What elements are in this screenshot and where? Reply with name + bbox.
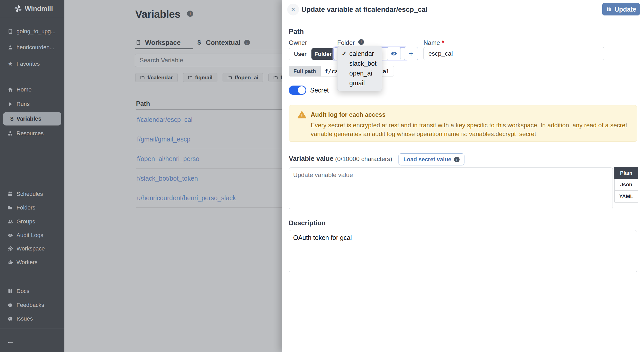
variable-path-link[interactable]: f/open_ai/henri_perso (137, 155, 199, 163)
update-variable-drawer: × Update variable at f/calendar/escp_cal… (282, 0, 644, 352)
building-icon (7, 28, 13, 35)
value-format-tabs: Plain Json YAML (614, 167, 638, 203)
page-title: Variables (135, 8, 181, 20)
new-folder-button[interactable]: + (404, 47, 418, 60)
character-counter: (0/10000 characters) (335, 155, 392, 163)
brand-name: Windmill (25, 5, 53, 13)
folder-dropdown-menu: ✓ calendar slack_bot open_ai gmail (337, 46, 382, 91)
column-path: Path (136, 100, 150, 107)
folder-icon (188, 75, 192, 80)
sidebar-item-issues[interactable]: Issues (0, 312, 64, 325)
format-tab-json[interactable]: Json (614, 179, 638, 191)
sidebar-item-schedules[interactable]: Schedules (0, 187, 64, 201)
sidebar-item-audit-logs[interactable]: Audit Logs (0, 229, 64, 242)
home-icon (7, 87, 13, 93)
dollar-icon: $ (9, 116, 15, 122)
warning-title: Audit log for each access (311, 111, 386, 118)
secret-toggle[interactable] (289, 86, 306, 95)
owner-kind-segmented-control[interactable]: User Folder (289, 48, 334, 60)
sidebar-item-resources[interactable]: Resources (0, 127, 64, 140)
description-textarea[interactable]: OAuth token for gcal (289, 230, 637, 272)
drawer-header: × Update variable at f/calendar/escp_cal… (282, 0, 644, 19)
sidebar-item-docs[interactable]: Docs (0, 284, 64, 298)
sidebar-item-workspace-settings[interactable]: Workspace (0, 242, 64, 255)
drawer-title: Update variable at f/calendar/escp_cal (301, 6, 427, 14)
book-icon (7, 288, 13, 294)
description-heading: Description (289, 219, 326, 227)
sidebar-divider (0, 329, 64, 329)
app: Windmill going_to_upg... henricourden...… (0, 0, 644, 352)
sidebar-item-home[interactable]: Home (0, 83, 64, 96)
variable-name-input[interactable] (423, 47, 604, 60)
sidebar-item-favorites[interactable]: ★ Favorites (0, 57, 64, 71)
save-icon (606, 6, 612, 12)
calendar-icon (7, 191, 13, 197)
sidebar-item-workspace-picker[interactable]: going_to_upg... (0, 25, 64, 38)
variable-value-textarea[interactable] (289, 167, 613, 209)
owner-label: Owner (289, 39, 307, 46)
variables-tabs: Workspace $ Contextual i (135, 37, 250, 48)
sidebar-item-runs[interactable]: Runs (0, 97, 64, 111)
owner-kind-folder[interactable]: Folder (311, 48, 334, 60)
info-icon[interactable]: i (187, 11, 193, 17)
tab-label: Workspace (145, 39, 181, 47)
sidebar-item-groups[interactable]: Groups (0, 215, 64, 228)
sidebar-item-feedbacks[interactable]: Feedbacks (0, 298, 64, 312)
sidebar-item-folders[interactable]: Folders (0, 201, 64, 214)
folder-icon (227, 75, 232, 80)
play-icon (7, 101, 13, 107)
secret-label: Secret (310, 87, 329, 94)
dropdown-option-calendar[interactable]: ✓ calendar (337, 49, 382, 58)
sidebar: Windmill going_to_upg... henricourden...… (0, 0, 64, 352)
star-icon: ★ (7, 61, 13, 67)
sidebar-item-workers[interactable]: Workers (0, 256, 64, 269)
brand[interactable]: Windmill (0, 0, 64, 18)
cubes-icon (7, 130, 13, 137)
path-section-heading: Path (289, 28, 304, 36)
info-icon[interactable]: i (358, 39, 364, 45)
plus-icon: + (409, 49, 413, 58)
close-icon[interactable]: × (287, 4, 299, 15)
dropdown-option-slack_bot[interactable]: slack_bot (337, 58, 382, 68)
gear-icon (7, 246, 13, 252)
sidebar-item-variables[interactable]: $ Variables (3, 112, 61, 125)
view-folder-button[interactable] (387, 47, 401, 60)
dropdown-option-gmail[interactable]: gmail (337, 78, 382, 88)
update-button[interactable]: Update (602, 3, 640, 15)
variable-path-link[interactable]: u/henricourdent/henri_perso_slack (137, 194, 236, 202)
workspace-name-label: going_to_upg... (16, 28, 56, 35)
format-tab-yaml[interactable]: YAML (614, 191, 638, 203)
format-tab-plain[interactable]: Plain (614, 167, 638, 179)
warning-body: Every secret is encrypted at rest and in… (311, 121, 630, 138)
tab-workspace[interactable]: Workspace (135, 37, 181, 48)
folder-icon (273, 75, 278, 80)
audit-log-warning: Audit log for each access Every secret i… (289, 105, 637, 142)
folder-chip[interactable]: f/calendar (135, 73, 178, 82)
warning-icon (297, 110, 307, 119)
folder-open-icon (7, 205, 13, 211)
variable-path-link[interactable]: f/slack_bot/bot_token (137, 175, 198, 182)
username-label: henricourden... (16, 44, 54, 51)
variable-path-link[interactable]: f/gmail/gmail_escp (137, 136, 190, 143)
robot-icon (7, 259, 13, 265)
folder-chip[interactable]: f/gmail (183, 73, 217, 82)
variable-path-link[interactable]: f/calendar/escp_cal (137, 116, 192, 123)
tab-label: Contextual (206, 39, 240, 47)
tab-contextual[interactable]: $ Contextual i (196, 37, 250, 48)
active-tab-underline (135, 48, 193, 49)
load-secret-value-button[interactable]: Load secret value i (399, 153, 464, 165)
eye-icon (390, 50, 397, 57)
owner-kind-user[interactable]: User (289, 48, 311, 60)
info-icon: i (454, 157, 460, 162)
full-path-label: Full path (289, 66, 321, 77)
info-icon[interactable]: i (244, 40, 250, 45)
sidebar-item-user[interactable]: henricourden... (0, 41, 64, 54)
collapse-sidebar-button[interactable]: ← (6, 337, 14, 346)
windmill-logo-icon (13, 4, 23, 13)
person-icon (7, 44, 13, 51)
folder-icon (140, 75, 145, 80)
folder-chip[interactable]: f/open_ai (223, 73, 263, 82)
dropdown-option-open_ai[interactable]: open_ai (337, 68, 382, 78)
building-icon (135, 39, 141, 46)
required-asterisk: * (442, 39, 444, 46)
